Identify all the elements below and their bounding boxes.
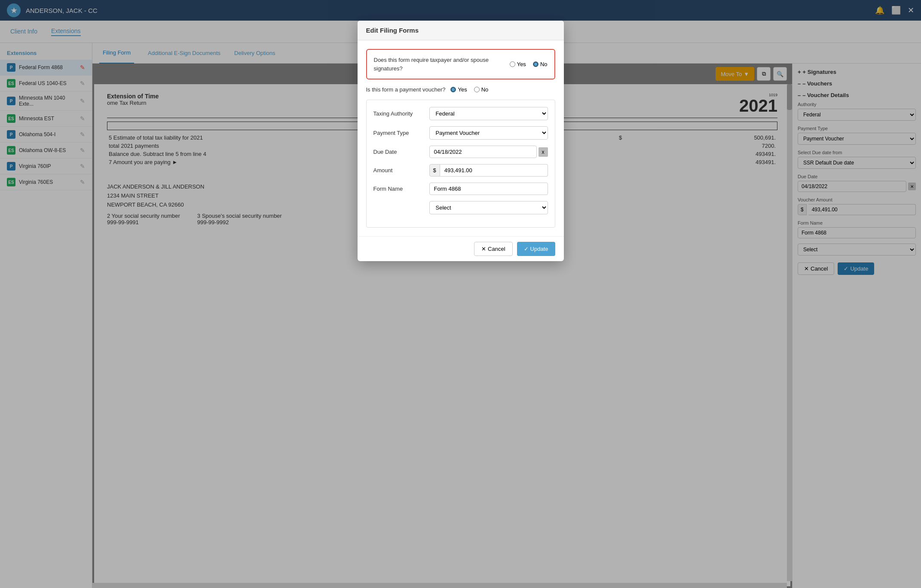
modal-signature-question-box: Does this form require taxpayer and/or s… xyxy=(366,49,555,79)
modal-payment-type-select[interactable]: Payment Voucher xyxy=(429,126,548,140)
modal-amount-input[interactable] xyxy=(440,164,548,177)
modal-taxing-authority-select[interactable]: Federal xyxy=(429,107,548,120)
voucher-radio-group: Yes No xyxy=(450,86,488,93)
modal-date-row: x xyxy=(429,146,548,158)
voucher-yes-radio[interactable] xyxy=(450,87,456,92)
voucher-no-label[interactable]: No xyxy=(474,86,489,93)
modal-voucher-row: Is this form a payment voucher? Yes No xyxy=(366,86,555,93)
modal-voucher-question: Is this form a payment voucher? xyxy=(366,86,446,93)
modal: Edit Filing Forms Does this form require… xyxy=(358,21,564,261)
voucher-yes-label[interactable]: Yes xyxy=(450,86,467,93)
modal-header: Edit Filing Forms xyxy=(358,21,564,40)
modal-payment-type-control: Payment Voucher xyxy=(429,126,548,140)
modal-body: Does this form require taxpayer and/or s… xyxy=(358,40,564,236)
modal-form-name-row: Form Name xyxy=(373,183,548,195)
modal-due-date-clear-btn[interactable]: x xyxy=(539,147,548,157)
signature-no-label[interactable]: No xyxy=(533,61,548,67)
modal-taxing-authority-row: Taxing Authority Federal xyxy=(373,107,548,120)
modal-overlay: Edit Filing Forms Does this form require… xyxy=(0,0,921,588)
modal-select-dropdown[interactable]: Select xyxy=(429,201,548,214)
modal-payment-type-label: Payment Type xyxy=(373,130,429,136)
signature-no-radio[interactable] xyxy=(533,61,539,67)
signature-radio-group: Yes No xyxy=(510,61,548,67)
modal-amount-row: Amount $ xyxy=(373,164,548,177)
modal-amount-row: $ xyxy=(429,164,548,177)
modal-cancel-button[interactable]: ✕ Cancel xyxy=(474,242,512,256)
modal-select-control: Select xyxy=(429,201,548,214)
modal-footer: ✕ Cancel ✓ Update xyxy=(358,236,564,261)
modal-signature-question: Does this form require taxpayer and/or s… xyxy=(374,56,494,73)
modal-taxing-authority-label: Taxing Authority xyxy=(373,110,429,117)
voucher-no-radio[interactable] xyxy=(474,87,480,92)
signature-yes-radio[interactable] xyxy=(510,61,515,67)
modal-due-date-row: Due Date x xyxy=(373,146,548,158)
modal-due-date-input[interactable] xyxy=(429,146,537,158)
modal-amount-label: Amount xyxy=(373,167,429,174)
modal-update-button[interactable]: ✓ Update xyxy=(517,242,555,256)
modal-due-date-control: x xyxy=(429,146,548,158)
modal-form-name-control xyxy=(429,183,548,195)
modal-form-name-label: Form Name xyxy=(373,186,429,192)
modal-form: Taxing Authority Federal Payment Type Pa… xyxy=(366,100,555,228)
modal-dollar-sign: $ xyxy=(429,164,440,177)
modal-form-name-input[interactable] xyxy=(429,183,548,195)
modal-amount-control: $ xyxy=(429,164,548,177)
modal-due-date-label: Due Date xyxy=(373,149,429,155)
modal-taxing-authority-control: Federal xyxy=(429,107,548,120)
modal-payment-type-row: Payment Type Payment Voucher xyxy=(373,126,548,140)
modal-update-check-icon: ✓ xyxy=(524,246,529,252)
modal-select-row: Select xyxy=(373,201,548,214)
modal-cancel-x-icon: ✕ xyxy=(481,246,486,252)
signature-yes-label[interactable]: Yes xyxy=(510,61,526,67)
